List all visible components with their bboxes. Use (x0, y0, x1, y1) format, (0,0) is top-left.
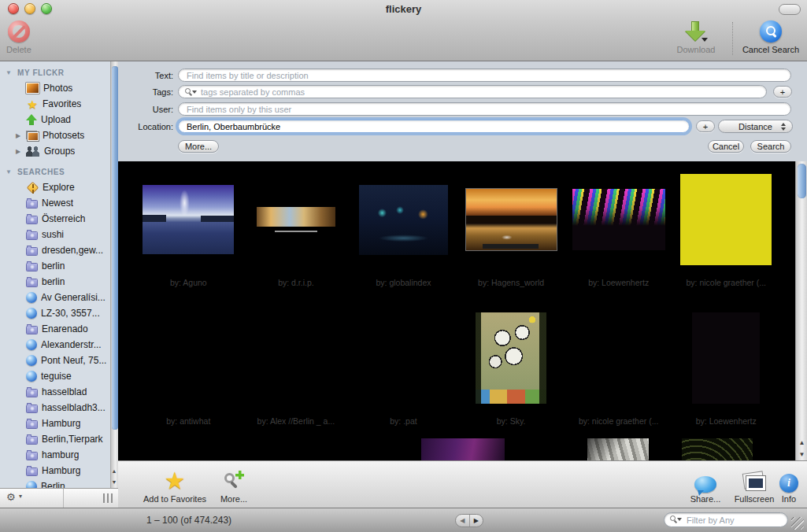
text-input[interactable] (178, 68, 791, 82)
sidebar-item-search[interactable]: Av Generalísi... (0, 290, 110, 305)
photo-thumbnail[interactable] (476, 312, 546, 404)
fullscreen-icon (742, 472, 767, 493)
sidebar-item-search[interactable]: Hamburg (0, 416, 110, 431)
sidebar-item-photosets[interactable]: ▶ Photosets (0, 127, 110, 143)
sidebar-section-my-flickr: ▼ MY FLICKR (0, 65, 110, 80)
sidebar-scrollbar[interactable] (110, 61, 118, 488)
photo-thumbnail[interactable] (590, 312, 647, 404)
disclosure-closed-icon[interactable]: ▶ (16, 132, 20, 139)
info-button[interactable]: i Info (773, 464, 805, 504)
photo-cell: by: Sky. (457, 300, 565, 434)
photo-thumbnail[interactable] (682, 438, 753, 460)
add-location-row-button[interactable]: + (696, 120, 715, 132)
sidebar-item-search[interactable]: teguise (0, 368, 110, 384)
photo-thumbnail[interactable] (421, 438, 505, 460)
globe-icon (26, 371, 37, 382)
gear-menu-arrow-icon[interactable]: ▾ (19, 493, 22, 500)
sidebar-item-favorites[interactable]: ★ Favorites (0, 96, 110, 112)
scroll-down-icon[interactable]: ▼ (799, 449, 805, 460)
location-input[interactable] (178, 120, 690, 133)
sidebar-item-search[interactable]: hasselblad (0, 384, 110, 400)
gear-icon[interactable]: ⚙ (6, 491, 16, 503)
download-label: Download (677, 45, 716, 54)
sidebar-item-search[interactable]: Österreich (0, 211, 110, 227)
sidebar-item-search[interactable]: berlin (0, 274, 110, 290)
photo-thumbnail[interactable] (252, 327, 340, 389)
photo-cell: by: Hagens_world (457, 161, 565, 295)
sidebar-item-search[interactable]: LZ-30, 3557... (0, 305, 110, 321)
sidebar-item-search[interactable]: Newest (0, 195, 110, 211)
share-button[interactable]: Share... (683, 464, 727, 504)
search-more-icon (222, 471, 246, 493)
cancel-button[interactable]: Cancel (708, 140, 744, 153)
sidebar-item-search[interactable]: berlin (0, 258, 110, 274)
smart-folder-icon (26, 452, 38, 460)
sidebar-item-search[interactable]: hasselbladh3... (0, 400, 110, 416)
smart-folder-icon (26, 467, 38, 476)
sidebar-item-search[interactable]: Enarenado (0, 321, 110, 337)
sidebar-item-search[interactable]: hamburg (0, 447, 110, 463)
more-options-button[interactable]: More... (178, 140, 219, 153)
window-title: flickery (0, 3, 807, 15)
photo-author: by: Hagens_world (478, 278, 544, 290)
tags-input[interactable] (178, 85, 767, 98)
scroll-down-icon[interactable]: ▼ (112, 477, 117, 488)
sidebar-item-search[interactable]: Hamburg (0, 463, 110, 478)
grid-scroll-arrows[interactable]: ▲ ▼ (796, 437, 807, 460)
toolbar-toggle-pill[interactable] (779, 4, 801, 15)
disclosure-open-icon[interactable]: ▼ (6, 69, 13, 76)
disclosure-closed-icon[interactable]: ▶ (16, 148, 20, 155)
photo-thumbnail[interactable] (692, 312, 760, 404)
sidebar-item-search[interactable]: Berlin (0, 478, 110, 488)
smart-folder-icon (26, 279, 38, 287)
photo-author: by: d.r.i.p. (278, 278, 314, 290)
photo-thumbnail[interactable] (167, 312, 209, 404)
cancel-search-button[interactable]: Cancel Search (739, 20, 802, 54)
download-button[interactable]: Download (670, 20, 722, 54)
sidebar-resize-grip[interactable] (103, 493, 113, 503)
delete-button[interactable]: Delete (6, 20, 31, 54)
text-label: Text: (118, 71, 173, 80)
grid-scrollbar-thumb[interactable] (798, 164, 806, 198)
grid-scrollbar[interactable]: ▲ ▼ (795, 161, 807, 460)
sidebar: ▼ MY FLICKR Photos ★ Favorites Upload ▶ … (0, 61, 118, 508)
sidebar-scrollbar-thumb[interactable] (112, 66, 118, 430)
photo-thumbnail[interactable] (572, 189, 665, 250)
sidebar-item-search[interactable]: Berlin,Tierpark (0, 431, 110, 447)
scroll-up-icon[interactable]: ▲ (112, 466, 117, 477)
photo-thumbnail[interactable] (680, 174, 772, 265)
plus-icon (235, 471, 244, 479)
disclosure-open-icon[interactable]: ▼ (6, 168, 13, 175)
photo-cell: by: globalindex (350, 161, 457, 295)
photo-thumbnail[interactable] (359, 185, 448, 255)
sidebar-item-photos[interactable]: Photos (0, 80, 110, 96)
sidebar-item-search[interactable]: Alexanderstr... (0, 337, 110, 353)
next-page-button[interactable]: ▶ (469, 515, 483, 526)
tags-search-menu-arrow-icon (192, 91, 197, 94)
photo-thumbnail[interactable] (143, 185, 234, 254)
sidebar-item-search[interactable]: dresden,gew... (0, 242, 110, 258)
tags-search-icon[interactable] (185, 88, 198, 98)
sidebar-item-explore[interactable]: Explore (0, 179, 110, 195)
search-button[interactable]: Search (750, 140, 791, 153)
sidebar-item-search[interactable]: sushi (0, 227, 110, 242)
grid-row: by: Aguno by: d.r.i.p. by: globalindex b… (135, 161, 780, 295)
sidebar-item-groups[interactable]: ▶ Groups (0, 143, 110, 159)
sidebar-item-search[interactable]: Pont Neuf, 75... (0, 353, 110, 368)
add-tags-row-button[interactable]: + (773, 86, 792, 98)
user-input[interactable] (178, 102, 791, 116)
sidebar-item-upload[interactable]: Upload (0, 112, 110, 127)
filter-search-icon[interactable] (670, 515, 683, 525)
scroll-up-icon[interactable]: ▲ (799, 437, 805, 449)
sidebar-scroll-arrows[interactable]: ▲ ▼ (110, 466, 118, 488)
photo-thumbnail[interactable] (465, 188, 557, 251)
filter-field-wrap (664, 512, 788, 527)
photo-thumbnail[interactable] (359, 331, 448, 386)
more-actions-button[interactable]: More... (206, 464, 261, 504)
previous-page-button[interactable]: ◀ (456, 515, 469, 526)
photo-thumbnail[interactable] (253, 203, 339, 236)
window-resize-grip[interactable] (791, 517, 804, 530)
distance-popup[interactable]: Distance (718, 120, 793, 133)
smart-folder-icon (26, 389, 38, 397)
photo-thumbnail[interactable] (587, 438, 649, 460)
